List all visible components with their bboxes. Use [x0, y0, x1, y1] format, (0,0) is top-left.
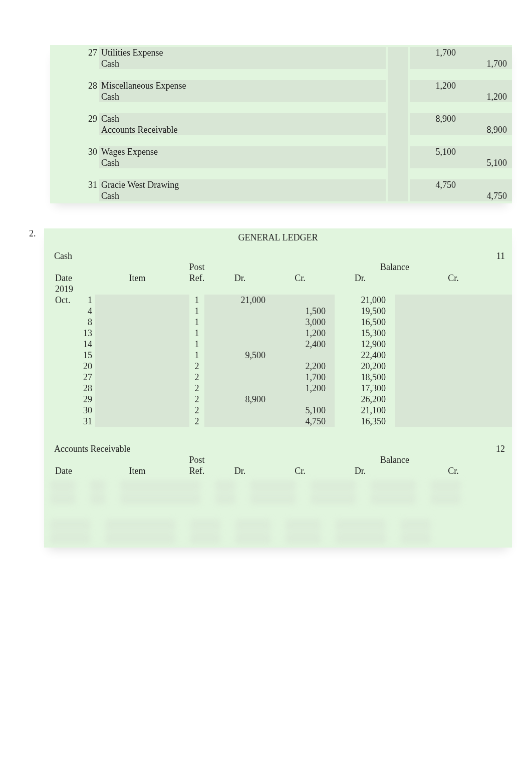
ledger-dr [214, 328, 275, 339]
ledger-item [95, 317, 179, 328]
ledger-item [95, 339, 179, 350]
ledger-bal-dr: 21,000 [335, 295, 395, 306]
journal-debit-amount: 1,200 [410, 80, 461, 91]
ledger-month [44, 317, 75, 328]
ledger-header-dr: Dr. [214, 465, 275, 476]
ledger-dr [214, 383, 275, 394]
journal-debit-account: Cash [99, 113, 386, 124]
ledger-account-header: Cash11 [44, 251, 512, 262]
ledger-dr: 8,900 [214, 394, 275, 405]
ledger-header-row: DateItemRef.Dr.Cr.Dr.Cr. [44, 273, 512, 284]
journal-gap-row [50, 102, 512, 113]
ledger-header-balance: Balance [335, 262, 455, 273]
ledger-bal-cr [395, 317, 512, 328]
journal-credit-row: Accounts Receivable8,900 [50, 124, 512, 135]
ledger-header-bal-dr: Dr. [335, 273, 395, 284]
journal-gap-row [50, 69, 512, 80]
ledger-dr [214, 361, 275, 372]
ledger-section-number: 2. [29, 228, 36, 239]
journal-gap-row [50, 135, 512, 146]
journal-day: 29 [84, 113, 99, 124]
ledger-item [95, 383, 179, 394]
ledger-cr [275, 295, 335, 306]
ledger-cr: 5,100 [275, 405, 335, 416]
ledger-item [95, 394, 179, 405]
journal-debit-row: 30Wages Expense5,100 [50, 146, 512, 157]
ledger-header-item: Item [95, 465, 179, 476]
ledger-cr: 1,500 [275, 306, 335, 317]
journal-day: 31 [84, 179, 99, 190]
ledger-title: GENERAL LEDGER [44, 230, 512, 248]
journal-credit-account: Cash [99, 91, 386, 102]
ledger-dr: 21,000 [214, 295, 275, 306]
ledger-row: 2721,70018,500 [44, 372, 512, 383]
ledger-postref: 2 [179, 405, 214, 416]
journal-panel: 27Utilities Expense1,700Cash1,70028Misce… [50, 45, 512, 203]
ledger-header-cr: Cr. [275, 465, 335, 476]
ledger-bal-dr: 16,350 [335, 416, 395, 427]
ledger-item [95, 328, 179, 339]
ledger-month [44, 350, 75, 361]
ledger-bal-cr [395, 328, 512, 339]
ledger-item [95, 372, 179, 383]
journal-debit-account: Wages Expense [99, 146, 386, 157]
ledger-bal-cr [395, 339, 512, 350]
ledger-row: 2022,20020,200 [44, 361, 512, 372]
journal-credit-amount: 8,900 [461, 124, 512, 135]
page: 27Utilities Expense1,700Cash1,70028Misce… [0, 0, 532, 723]
journal-credit-row: Cash1,700 [50, 58, 512, 69]
ledger-account: Cash11PostBalanceDateItemRef.Dr.Cr.Dr.Cr… [44, 251, 512, 427]
journal-debit-row: 28Miscellaneous Expense1,200 [50, 80, 512, 91]
journal-credit-account: Cash [99, 157, 386, 168]
ledger-panel: GENERAL LEDGER Cash11PostBalanceDateItem… [44, 228, 512, 548]
ledger-month [44, 372, 75, 383]
ledger-day: 27 [75, 372, 95, 383]
ledger-row: 1412,40012,900 [44, 339, 512, 350]
ledger-month [44, 394, 75, 405]
journal-credit-row: Cash1,200 [50, 91, 512, 102]
journal-credit-account: Accounts Receivable [99, 124, 386, 135]
ledger-month [44, 339, 75, 350]
ledger-cr: 2,400 [275, 339, 335, 350]
ledger-row: 1519,50022,400 [44, 350, 512, 361]
ledger-header-cr: Cr. [275, 273, 335, 284]
ledger-cr: 4,750 [275, 416, 335, 427]
journal-debit-amount: 1,700 [410, 47, 461, 58]
ledger-account-number: 12 [485, 444, 505, 454]
ledger-postref: 2 [179, 361, 214, 372]
journal-day: 28 [84, 80, 99, 91]
ledger-month [44, 328, 75, 339]
journal-debit-row: 27Utilities Expense1,700 [50, 47, 512, 58]
ledger-dr [214, 416, 275, 427]
ledger-account-number: 11 [485, 251, 505, 262]
ledger-row: 1311,20015,300 [44, 328, 512, 339]
ledger-postref: 2 [179, 416, 214, 427]
ledger-header-bal-dr: Dr. [335, 465, 395, 476]
ledger-section: 2. GENERAL LEDGER Cash11PostBalanceDateI… [44, 228, 512, 548]
ledger-item [95, 416, 179, 427]
ledger-dr [214, 317, 275, 328]
ledger-header-row-top: PostBalance [44, 262, 512, 273]
ledger-account-name: Cash [54, 251, 485, 262]
ledger-header-date: Date [44, 465, 75, 476]
ledger-postref: 1 [179, 350, 214, 361]
ledger-item [95, 295, 179, 306]
ledger-item [95, 306, 179, 317]
ledger-day: 14 [75, 339, 95, 350]
ledger-postref: 2 [179, 383, 214, 394]
ledger-cr [275, 394, 335, 405]
ledger-bal-cr [395, 405, 512, 416]
ledger-bal-dr: 20,200 [335, 361, 395, 372]
ledger-day: 20 [75, 361, 95, 372]
ledger-cr [275, 350, 335, 361]
journal-credit-account: Cash [99, 190, 386, 201]
ledger-bal-cr [395, 361, 512, 372]
ledger-cr: 1,200 [275, 328, 335, 339]
journal-credit-amount: 1,200 [461, 91, 512, 102]
ledger-month [44, 361, 75, 372]
ledger-month [44, 405, 75, 416]
ledger-header-bal-cr: Cr. [395, 465, 512, 476]
ledger-header-row-top: PostBalance [44, 454, 512, 465]
ledger-bal-cr [395, 295, 512, 306]
ledger-row: 2821,20017,300 [44, 383, 512, 394]
